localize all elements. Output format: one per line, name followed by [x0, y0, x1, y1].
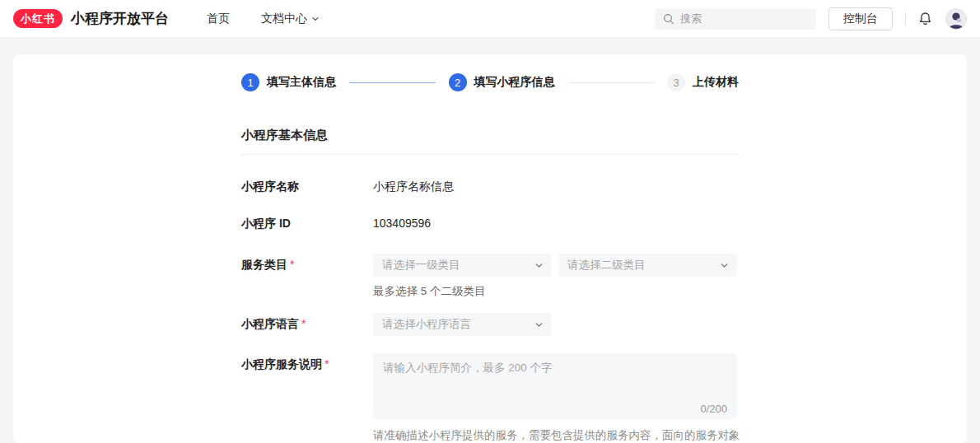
language-placeholder: 请选择小程序语言: [382, 317, 471, 332]
page-body: 1 填写主体信息 2 填写小程序信息 3 上传材料 小程序基本信息 小程序名称: [0, 38, 980, 443]
nav-docs-label: 文档中心: [261, 12, 307, 26]
nav-item-docs[interactable]: 文档中心: [261, 12, 320, 26]
main-nav: 首页 文档中心: [207, 12, 320, 26]
chevron-down-icon: [534, 320, 543, 329]
chevron-down-icon: [534, 261, 543, 269]
step-connector-done: [349, 82, 436, 83]
field-label-id: 小程序 ID: [241, 217, 373, 231]
section-title: 小程序基本信息: [241, 128, 739, 155]
char-counter: 0/200: [700, 403, 727, 415]
field-label-language: 小程序语言*: [241, 313, 373, 336]
site-title: 小程序开放平台: [71, 9, 169, 28]
description-textarea[interactable]: [373, 353, 737, 419]
description-hint: 请准确描述小程序提供的服务，需要包含提供的服务内容，面向的服务对象: [373, 428, 740, 443]
form-row-language: 小程序语言* 请选择小程序语言: [241, 313, 739, 336]
step-2-label: 填写小程序信息: [474, 75, 555, 90]
top-header: 小红书 小程序开放平台 首页 文档中心 控制台: [0, 0, 980, 38]
chevron-down-icon: [311, 15, 320, 23]
category-level1-select[interactable]: 请选择一级类目: [373, 254, 552, 277]
search-box[interactable]: [655, 8, 816, 30]
step-1-circle: 1: [241, 73, 259, 91]
form-row-description: 小程序服务说明* 0/200 请准确描述小程序提供的服务，需要包含提供的服务内容…: [241, 353, 739, 443]
field-value-name: 小程序名称信息: [373, 180, 739, 194]
description-label-text: 小程序服务说明: [241, 357, 322, 371]
language-label-text: 小程序语言: [241, 317, 299, 330]
nav-home-label: 首页: [207, 12, 230, 26]
category-level2-select[interactable]: 请选择二级类目: [558, 254, 737, 277]
category-level1-placeholder: 请选择一级类目: [382, 258, 460, 273]
form-row-category: 服务类目* 请选择一级类目 请选择二级类目: [241, 254, 739, 299]
step-3-circle: 3: [667, 73, 685, 91]
language-select[interactable]: 请选择小程序语言: [373, 313, 552, 336]
step-3-label: 上传材料: [693, 75, 739, 90]
field-label-description: 小程序服务说明*: [241, 353, 373, 443]
step-connector-todo: [568, 82, 655, 83]
field-label-category: 服务类目*: [241, 254, 373, 299]
form-row-id: 小程序 ID 103409596: [241, 217, 739, 231]
step-1: 1 填写主体信息: [241, 73, 336, 91]
notification-bell-icon[interactable]: [918, 11, 933, 27]
field-label-name: 小程序名称: [241, 180, 373, 194]
nav-item-home[interactable]: 首页: [207, 12, 230, 26]
avatar[interactable]: [945, 8, 967, 30]
form-row-name: 小程序名称 小程序名称信息: [241, 180, 739, 194]
progress-stepper: 1 填写主体信息 2 填写小程序信息 3 上传材料: [241, 73, 739, 91]
step-3: 3 上传材料: [667, 73, 739, 91]
category-hint: 最多选择 5 个二级类目: [373, 284, 739, 299]
category-label-text: 服务类目: [241, 258, 287, 271]
required-mark: *: [290, 258, 294, 271]
content-card: 1 填写主体信息 2 填写小程序信息 3 上传材料 小程序基本信息 小程序名称: [13, 54, 967, 443]
console-button[interactable]: 控制台: [828, 7, 893, 30]
header-right: 控制台: [655, 7, 967, 30]
step-1-label: 填写主体信息: [267, 75, 336, 90]
chevron-down-icon: [720, 261, 728, 269]
category-level2-placeholder: 请选择二级类目: [567, 258, 646, 273]
required-mark: *: [324, 357, 329, 371]
xiaohongshu-logo[interactable]: 小红书: [13, 9, 63, 28]
header-divider: [905, 12, 906, 26]
search-icon: [663, 13, 674, 25]
required-mark: *: [301, 317, 306, 330]
step-2: 2 填写小程序信息: [449, 73, 555, 91]
search-input[interactable]: [680, 12, 808, 25]
field-value-id: 103409596: [373, 217, 739, 230]
step-2-circle: 2: [449, 73, 467, 91]
